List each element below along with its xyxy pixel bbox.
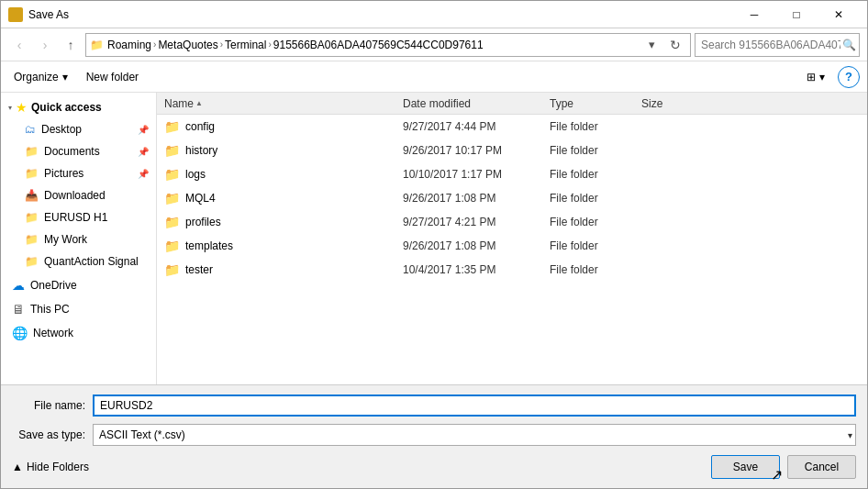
breadcrumb-item-roaming[interactable]: Roaming xyxy=(107,39,151,51)
title-bar: Save As ─ □ ✕ xyxy=(1,1,867,28)
filetype-row: Save as type: ASCII Text (*.csv) CSV Fil… xyxy=(12,424,856,446)
column-date-modified[interactable]: Date modified xyxy=(403,97,550,110)
table-row[interactable]: 📁 templates 9/26/2017 1:08 PM File folde… xyxy=(157,234,867,258)
file-name: templates xyxy=(185,239,233,252)
file-name: profiles xyxy=(185,216,221,228)
table-row[interactable]: 📁 history 9/26/2017 10:17 PM File folder xyxy=(157,139,867,162)
star-icon: ★ xyxy=(16,100,28,115)
pin-icon-desktop: 📌 xyxy=(138,125,149,135)
column-type[interactable]: Type xyxy=(550,97,641,110)
hide-folders-arrow-icon: ▲ xyxy=(12,461,23,473)
sidebar-item-documents[interactable]: 📁 Documents 📌 xyxy=(1,140,156,162)
sidebar-label-desktop: Desktop xyxy=(41,123,82,136)
sidebar-section-network: 🌐 Network xyxy=(1,322,156,344)
sidebar-label-pictures: Pictures xyxy=(44,167,83,180)
file-name: MQL4 xyxy=(185,192,216,205)
sidebar-item-mywork[interactable]: 📁 My Work xyxy=(1,228,156,250)
address-dropdown-button[interactable]: ▾ xyxy=(642,34,661,56)
sidebar-item-desktop[interactable]: 🗂 Desktop 📌 xyxy=(1,118,156,140)
sidebar: ▾ ★ Quick access 🗂 Desktop 📌 📁 Documents… xyxy=(1,93,157,384)
cursor-icon: ↗ xyxy=(771,466,783,483)
onedrive-icon: ☁ xyxy=(12,278,25,293)
file-date: 10/4/2017 1:35 PM xyxy=(403,263,550,276)
help-button[interactable]: ? xyxy=(838,66,860,88)
file-type: File folder xyxy=(550,216,641,228)
file-date: 9/27/2017 4:44 PM xyxy=(403,120,550,133)
hide-folders-label: Hide Folders xyxy=(27,461,89,473)
breadcrumb-item-hash[interactable]: 915566BA06ADA407569C544CC0D97611 xyxy=(273,39,484,51)
cancel-button[interactable]: Cancel xyxy=(787,455,856,479)
save-button-label: Save xyxy=(733,461,758,473)
filename-label: File name: xyxy=(12,399,85,412)
quick-access-label: Quick access xyxy=(31,101,102,114)
breadcrumb-item-metaquotes[interactable]: MetaQuotes xyxy=(158,39,217,51)
folder-icon: 📁 xyxy=(164,215,180,229)
downloaded-folder-icon: 📥 xyxy=(25,189,39,202)
organize-button[interactable]: Organize ▾ xyxy=(8,68,73,86)
sidebar-label-onedrive: OneDrive xyxy=(30,279,77,292)
file-date: 9/26/2017 10:17 PM xyxy=(403,144,550,157)
sidebar-item-eurusd[interactable]: 📁 EURUSD H1 xyxy=(1,206,156,228)
pin-icon-pictures: 📌 xyxy=(138,169,149,179)
hide-folders-button[interactable]: ▲ Hide Folders xyxy=(12,461,89,473)
sidebar-label-documents: Documents xyxy=(44,145,100,158)
file-rows-container: 📁 config 9/27/2017 4:44 PM File folder 📁… xyxy=(157,115,867,282)
file-name: config xyxy=(185,120,215,133)
sidebar-section-onedrive: ☁ OneDrive xyxy=(1,274,156,296)
pin-icon-documents: 📌 xyxy=(138,147,149,157)
folder-icon: 📁 xyxy=(164,191,180,206)
minimize-button[interactable]: ─ xyxy=(733,1,775,28)
breadcrumb-item-terminal[interactable]: Terminal xyxy=(225,39,266,51)
navigation-toolbar: ‹ › ↑ 📁 Roaming › MetaQuotes › Terminal … xyxy=(1,28,867,61)
file-date: 9/26/2017 1:08 PM xyxy=(403,192,550,205)
sidebar-item-network[interactable]: 🌐 Network xyxy=(1,322,156,344)
save-button[interactable]: Save ↗ xyxy=(711,455,780,479)
sidebar-item-pictures[interactable]: 📁 Pictures 📌 xyxy=(1,162,156,184)
close-button[interactable]: ✕ xyxy=(818,1,860,28)
main-content: ▾ ★ Quick access 🗂 Desktop 📌 📁 Documents… xyxy=(1,93,867,384)
table-row[interactable]: 📁 MQL4 9/26/2017 1:08 PM File folder xyxy=(157,186,867,210)
sidebar-item-quantaction[interactable]: 📁 QuantAction Signal xyxy=(1,250,156,272)
view-options-button[interactable]: ⊞ ▾ xyxy=(801,68,830,86)
mywork-folder-icon: 📁 xyxy=(25,233,39,246)
sidebar-label-quantaction: QuantAction Signal xyxy=(44,255,139,268)
refresh-button[interactable]: ↻ xyxy=(664,34,686,56)
new-folder-button[interactable]: New folder xyxy=(81,68,144,86)
this-pc-icon: 🖥 xyxy=(12,302,25,317)
sidebar-item-this-pc[interactable]: 🖥 This PC xyxy=(1,298,156,320)
sort-indicator-icon: ▲ xyxy=(195,99,203,107)
quantaction-folder-icon: 📁 xyxy=(25,255,39,268)
up-button[interactable]: ↑ xyxy=(60,34,82,56)
search-input[interactable] xyxy=(695,33,860,57)
file-type: File folder xyxy=(550,168,641,181)
sidebar-item-downloaded[interactable]: 📥 Downloaded xyxy=(1,184,156,206)
search-icon: 🔍 xyxy=(842,39,856,51)
filename-input[interactable] xyxy=(93,395,856,417)
table-row[interactable]: 📁 config 9/27/2017 4:44 PM File folder xyxy=(157,115,867,139)
table-row[interactable]: 📁 profiles 9/27/2017 4:21 PM File folder xyxy=(157,210,867,234)
column-size[interactable]: Size xyxy=(641,97,715,110)
table-row[interactable]: 📁 tester 10/4/2017 1:35 PM File folder xyxy=(157,258,867,282)
action-bar: Organize ▾ New folder ⊞ ▾ ? xyxy=(1,61,867,93)
organize-arrow-icon: ▾ xyxy=(62,71,68,83)
column-name[interactable]: Name ▲ xyxy=(164,97,403,110)
file-name: tester xyxy=(185,263,213,276)
sidebar-item-onedrive[interactable]: ☁ OneDrive xyxy=(1,274,156,296)
file-date: 9/27/2017 4:21 PM xyxy=(403,216,550,228)
filetype-select-wrapper: ASCII Text (*.csv) CSV Files (*.csv) All… xyxy=(93,424,856,446)
file-name: logs xyxy=(185,168,206,181)
filename-row: File name: xyxy=(12,395,856,417)
file-list-header: Name ▲ Date modified Type Size xyxy=(157,93,867,115)
file-name: history xyxy=(185,144,217,157)
documents-folder-icon: 📁 xyxy=(25,145,39,158)
filetype-select[interactable]: ASCII Text (*.csv) CSV Files (*.csv) All… xyxy=(93,424,856,446)
maximize-button[interactable]: □ xyxy=(775,1,818,28)
table-row[interactable]: 📁 logs 10/10/2017 1:17 PM File folder xyxy=(157,162,867,186)
forward-button[interactable]: › xyxy=(34,34,56,56)
address-bar[interactable]: 📁 Roaming › MetaQuotes › Terminal › 9155… xyxy=(85,33,691,57)
file-type: File folder xyxy=(550,263,641,276)
pictures-folder-icon: 📁 xyxy=(25,167,39,180)
quick-access-header[interactable]: ▾ ★ Quick access xyxy=(1,96,156,118)
back-button[interactable]: ‹ xyxy=(8,34,30,56)
file-type: File folder xyxy=(550,144,641,157)
